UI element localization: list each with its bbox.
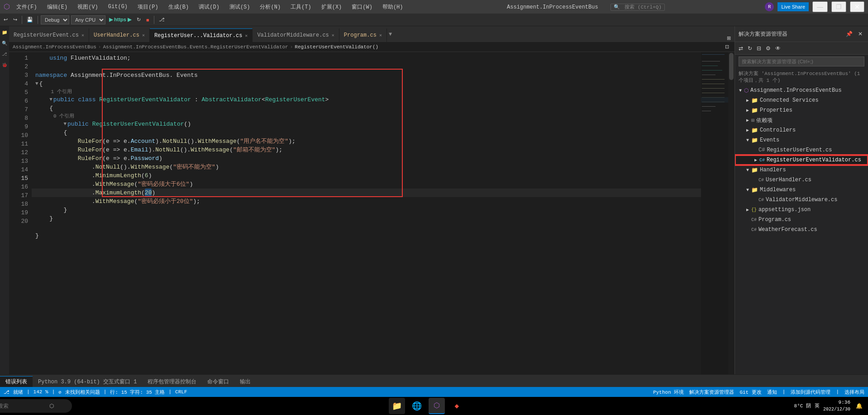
tree-item-project[interactable]: ▼ ⬡ Assignment.InProcessEventBus — [735, 85, 868, 95]
activity-explore[interactable]: 📁 — [0, 28, 9, 37]
tab-close-icon[interactable]: ✕ — [332, 33, 334, 38]
menu-debug[interactable]: 调试(D) — [195, 3, 223, 11]
collapse-marker-7[interactable]: ▼ — [63, 120, 67, 128]
tree-item-user-handler[interactable]: ▶ C# UserHandler.cs — [735, 175, 868, 185]
tree-item-validator-middleware[interactable]: ▶ C# ValidatorMiddleware.cs — [735, 195, 868, 205]
menu-edit[interactable]: 编辑(E) — [43, 3, 72, 11]
undo-button[interactable]: ↩ — [2, 16, 10, 24]
stop-button[interactable]: ■ — [144, 16, 151, 24]
breadcrumb-part1[interactable]: Assignment.InProcessEventBus — [13, 44, 96, 50]
sol-refresh-button[interactable]: ↻ — [746, 44, 754, 52]
bottom-tab-package-manager[interactable]: 程序包管理器控制台 — [142, 376, 202, 387]
menu-view[interactable]: 视图(V) — [74, 3, 102, 11]
restart-button[interactable]: ↻ — [135, 16, 143, 24]
tab-user-handler[interactable]: UserHandler.cs ✕ — [89, 28, 150, 42]
menu-test[interactable]: 测试(S) — [226, 3, 254, 11]
menu-file[interactable]: 文件(F) — [13, 3, 41, 11]
minimap — [701, 52, 728, 374]
code-content[interactable]: using FluentValidation; namespace Assign… — [32, 52, 701, 374]
split-right-button[interactable]: ⊡ — [723, 43, 731, 51]
sol-explorer-link[interactable]: 解决方案资源管理器 — [689, 389, 734, 396]
tree-item-register-validator[interactable]: ▶ C# RegisterUserEventValidator.cs — [735, 155, 868, 165]
activity-debug[interactable]: 🐞 — [0, 61, 9, 70]
menu-git[interactable]: Git(G) — [105, 4, 131, 10]
split-editor-button[interactable]: ⊞ — [725, 34, 733, 42]
select-layout[interactable]: 选择布局 — [844, 389, 864, 396]
solution-search-input[interactable] — [739, 57, 864, 66]
tree-item-appsettings[interactable]: ▶ {} appsettings.json — [735, 205, 868, 215]
taskbar-vs-icon[interactable]: ⬡ — [429, 398, 445, 414]
activity-search[interactable]: 🔍 — [0, 39, 9, 48]
taskbar-edge-icon[interactable]: 🌐 — [409, 398, 425, 414]
global-search-box[interactable]: 🔍 搜索 (Ctrl+Q) — [610, 4, 665, 11]
git-button[interactable]: ⎇ — [157, 16, 167, 24]
bottom-tab-errors[interactable]: 错误列表 — [0, 376, 33, 387]
zoom-level[interactable]: 142 % — [33, 389, 48, 395]
run-button[interactable]: ▶ https ▶ — [107, 16, 133, 24]
add-source-control[interactable]: 添加到源代码管理 — [791, 389, 830, 396]
menu-project[interactable]: 项目(P) — [134, 3, 162, 11]
menu-extensions[interactable]: 扩展(X) — [318, 3, 346, 11]
vertical-scrollbar[interactable] — [728, 52, 734, 374]
tab-register-user-event[interactable]: RegisterUserEvent.cs ✕ — [9, 28, 89, 42]
notification-center-button[interactable]: 🔔 — [854, 402, 864, 410]
task-view-button[interactable]: ⬡ — [43, 398, 60, 414]
breadcrumb-part2[interactable]: Assignment.InProcessEventBus.Events.Regi… — [103, 44, 288, 50]
tab-scroll-right[interactable]: ▼ — [387, 31, 394, 38]
redo-button[interactable]: ↪ — [11, 16, 19, 24]
tab-close-icon[interactable]: ✕ — [142, 33, 145, 38]
maximize-button[interactable]: ❐ — [831, 1, 846, 12]
git-changes-link[interactable]: Git 更改 — [739, 389, 761, 396]
tab-close-icon[interactable]: ✕ — [379, 33, 382, 38]
close-button[interactable]: ✕ — [850, 1, 864, 12]
tab-validator-middleware[interactable]: ValidatorMiddleware.cs ✕ — [253, 28, 339, 42]
bottom-tab-command[interactable]: 命令窗口 — [202, 376, 234, 387]
tab-close-icon[interactable]: ✕ — [81, 33, 84, 38]
panel-pin-button[interactable]: 📌 — [844, 30, 854, 38]
tree-item-register-user-event[interactable]: ▶ C# RegisterUserEvent.cs — [735, 145, 868, 155]
tab-close-icon[interactable]: ✕ — [245, 33, 248, 38]
search-taskbar-button[interactable] — [24, 398, 40, 414]
tab-program[interactable]: Program.cs ✕ — [339, 28, 387, 42]
sol-sync-button[interactable]: ⇄ — [737, 44, 745, 52]
activity-git[interactable]: ⎇ — [0, 50, 9, 59]
scrollbar-thumb[interactable] — [729, 53, 734, 80]
menu-window[interactable]: 窗口(W) — [348, 3, 376, 11]
tree-item-properties[interactable]: ▶ 📁 Properties — [735, 105, 868, 115]
tree-label: RegisterUserEventValidator.cs — [767, 157, 861, 163]
sol-filter-button[interactable]: ⚙ — [764, 44, 773, 52]
menu-build[interactable]: 生成(B) — [165, 3, 193, 11]
code-editor[interactable]: 1 2 3 4 5 6 7 8 9 10 11 12 13 14 15 16 1… — [9, 52, 734, 374]
minimize-button[interactable]: — — [812, 1, 828, 12]
tree-item-events[interactable]: ▼ 📁 Events — [735, 135, 868, 145]
tree-item-middlewares[interactable]: ▼ 📁 Middlewares — [735, 185, 868, 195]
tab-register-validator[interactable]: RegisterUser...Validator.cs ✕ — [150, 28, 253, 42]
language-indicator[interactable]: 英 — [815, 402, 820, 409]
save-button[interactable]: 💾 — [25, 16, 35, 24]
notifications-link[interactable]: 通知 — [767, 389, 777, 396]
tree-item-handlers[interactable]: ▼ 📁 Handlers — [735, 165, 868, 175]
bottom-tab-python[interactable]: Python 3.9 (64-bit) 交互式窗口 1 — [33, 376, 142, 387]
tree-item-program[interactable]: ▶ C# Program.cs — [735, 215, 868, 225]
taskbar-app1-icon[interactable]: ◆ — [448, 398, 465, 414]
debug-config-dropdown[interactable]: Debug — [41, 15, 69, 24]
live-share-button[interactable]: Live Share — [777, 2, 809, 11]
tree-item-controllers[interactable]: ▶ 📁 Controllers — [735, 125, 868, 135]
tree-item-connected-services[interactable]: ▶ 📁 Connected Services — [735, 95, 868, 105]
tree-item-dependencies[interactable]: ▶ ⊞ 依赖项 — [735, 115, 868, 125]
sol-collapse-button[interactable]: ⊟ — [755, 44, 763, 52]
taskbar-search-input[interactable] — [0, 399, 72, 413]
menu-tools[interactable]: 工具(T) — [287, 3, 315, 11]
breadcrumb-part3[interactable]: RegisterUserEventValidator() — [295, 44, 378, 50]
sol-view-button[interactable]: 👁 — [773, 44, 782, 52]
tree-item-weather-forecast[interactable]: ▶ C# WeatherForecast.cs — [735, 225, 868, 235]
collapse-marker-4[interactable]: ▼ — [35, 80, 38, 88]
menu-analyze[interactable]: 分析(N) — [256, 3, 284, 11]
bottom-tab-output[interactable]: 输出 — [234, 376, 256, 387]
python-env-link[interactable]: Python 环境 — [653, 389, 684, 396]
collapse-marker-5[interactable]: ▼ — [49, 95, 52, 104]
menu-help[interactable]: 帮助(H) — [379, 3, 407, 11]
panel-close-button[interactable]: ✕ — [856, 30, 864, 38]
taskbar-explorer-icon[interactable]: 📁 — [389, 398, 405, 414]
cpu-config-dropdown[interactable]: Any CPU — [71, 15, 105, 24]
